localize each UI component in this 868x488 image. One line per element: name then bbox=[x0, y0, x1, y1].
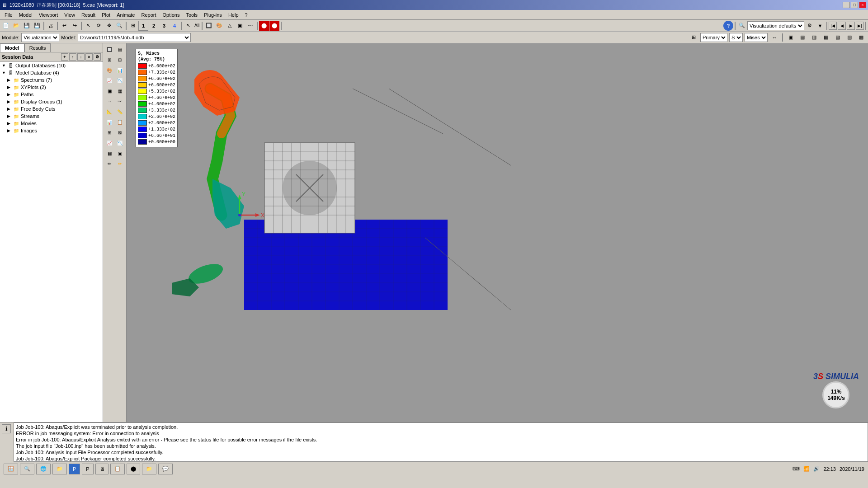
lt-btn-15[interactable]: 📊 bbox=[104, 117, 114, 127]
lt-btn-13[interactable]: 📐 bbox=[104, 107, 114, 117]
session-icon-3[interactable]: ↓ bbox=[77, 53, 85, 61]
taskbar-btn-1[interactable]: 🔍 bbox=[20, 464, 34, 474]
viz-settings-button[interactable]: ⚙ bbox=[805, 21, 815, 31]
undo-button[interactable]: ↩ bbox=[59, 21, 69, 31]
pan-button[interactable]: ✥ bbox=[104, 21, 114, 31]
lt-btn-6[interactable]: 📊 bbox=[115, 65, 125, 75]
viz-arrow-button[interactable]: ▼ bbox=[815, 21, 825, 31]
lt-btn-20[interactable]: 📉 bbox=[115, 138, 125, 148]
lt-btn-18[interactable]: ⊠ bbox=[115, 127, 125, 137]
menu-options[interactable]: Options bbox=[160, 11, 183, 19]
menu-animate[interactable]: Animate bbox=[114, 11, 137, 19]
session-icon-5[interactable]: ⚙ bbox=[94, 53, 101, 61]
lt-btn-24[interactable]: ✏ bbox=[115, 159, 125, 169]
material-button[interactable]: ▣ bbox=[235, 21, 245, 31]
session-icon-4[interactable]: × bbox=[85, 53, 93, 61]
tree-spectrums[interactable]: ▶ 📁 Spectrums (7) bbox=[0, 76, 103, 84]
rotate-button[interactable]: ⟳ bbox=[94, 21, 104, 31]
help-button[interactable]: ? bbox=[723, 21, 733, 31]
disp-btn3[interactable]: ▥ bbox=[809, 33, 819, 42]
menu-report[interactable]: Report bbox=[138, 11, 159, 19]
lt-btn-1[interactable]: 🔲 bbox=[104, 44, 114, 54]
disp-btn5[interactable]: ▧ bbox=[833, 33, 843, 42]
primary-icon[interactable]: ⊞ bbox=[689, 33, 698, 42]
tree-xyplots[interactable]: ▶ 📁 XYPlots (2) bbox=[0, 84, 103, 91]
taskbar-btn-9[interactable]: 📁 bbox=[142, 464, 156, 474]
disp-btn4[interactable]: ▦ bbox=[821, 33, 831, 42]
lt-btn-2[interactable]: ▤ bbox=[115, 44, 125, 54]
lt-btn-19[interactable]: 📈 bbox=[104, 138, 114, 148]
menu-help[interactable]: Help bbox=[226, 11, 241, 19]
lt-btn-5[interactable]: 🎨 bbox=[104, 65, 114, 75]
tree-paths[interactable]: ▶ 📁 Paths bbox=[0, 91, 103, 98]
tab-results[interactable]: Results bbox=[24, 43, 51, 52]
module-select[interactable]: Visualization bbox=[21, 33, 59, 42]
stream-button[interactable]: 〰 bbox=[245, 21, 255, 31]
lt-btn-14[interactable]: 📏 bbox=[115, 107, 125, 117]
odb-button[interactable]: ⬤ bbox=[259, 21, 269, 31]
menu-tools[interactable]: Tools bbox=[183, 11, 200, 19]
play-prev-button[interactable]: ◀ bbox=[838, 22, 846, 30]
tree-movies[interactable]: ▶ 📁 Movies bbox=[0, 120, 103, 127]
menu-plot[interactable]: Plot bbox=[99, 11, 113, 19]
tree-images[interactable]: ▶ 📁 Images bbox=[0, 127, 103, 134]
lt-btn-8[interactable]: 📉 bbox=[115, 75, 125, 85]
lt-btn-11[interactable]: → bbox=[104, 96, 114, 106]
probe-button[interactable]: 🔍 bbox=[737, 21, 747, 31]
lt-btn-22[interactable]: ▣ bbox=[115, 148, 125, 158]
lt-btn-7[interactable]: 📈 bbox=[104, 75, 114, 85]
tree-model-database[interactable]: ▼ 🗄 Model Database (4) bbox=[0, 69, 103, 76]
select-all-button[interactable]: ↖ bbox=[183, 21, 193, 31]
view3-button[interactable]: 3 bbox=[159, 21, 169, 31]
open-button[interactable]: 📂 bbox=[11, 21, 21, 31]
close-button[interactable]: × bbox=[859, 2, 866, 8]
lt-btn-23[interactable]: ✏ bbox=[104, 159, 114, 169]
play-next-button[interactable]: ▶ bbox=[847, 22, 855, 30]
maximize-button[interactable]: □ bbox=[851, 2, 858, 8]
zoom-button[interactable]: 🔍 bbox=[114, 21, 124, 31]
taskbar-btn-3[interactable]: 📁 bbox=[52, 464, 67, 474]
session-icon-1[interactable]: + bbox=[61, 53, 68, 61]
menu-result[interactable]: Result bbox=[79, 11, 98, 19]
view1-button[interactable]: 1 bbox=[138, 21, 148, 31]
menu-viewport[interactable]: Viewport bbox=[36, 11, 61, 19]
tree-display-groups[interactable]: ▶ 📁 Display Groups (1) bbox=[0, 98, 103, 105]
tree-output-databases[interactable]: ▼ 🗄 Output Databases (10) bbox=[0, 62, 103, 69]
menu-file[interactable]: File bbox=[2, 11, 15, 19]
primary-select[interactable]: Primary bbox=[700, 33, 727, 42]
save-model-button[interactable]: 💾 bbox=[32, 21, 42, 31]
viz-defaults-select[interactable]: Visualization defaults bbox=[747, 21, 804, 30]
taskbar-btn-8[interactable]: ⬤ bbox=[127, 464, 140, 474]
save-button[interactable]: 💾 bbox=[22, 21, 32, 31]
lt-btn-21[interactable]: ▦ bbox=[104, 148, 114, 158]
viewport[interactable]: Y X S, Mises (Avg: 75%) +8.000e+02 +7.3 bbox=[127, 43, 868, 422]
tab-model[interactable]: Model bbox=[0, 43, 24, 52]
menu-question[interactable]: ? bbox=[242, 11, 250, 19]
select-button[interactable]: ↖ bbox=[83, 21, 93, 31]
tree-free-body-cuts[interactable]: ▶ 📁 Free Body Cuts bbox=[0, 105, 103, 113]
contour-button[interactable]: 🎨 bbox=[214, 21, 224, 31]
s-select[interactable]: S bbox=[729, 33, 743, 42]
disp-btn7[interactable]: ▩ bbox=[856, 33, 866, 42]
taskbar-btn-2[interactable]: 🌐 bbox=[36, 464, 51, 474]
play-last-button[interactable]: ▶| bbox=[856, 22, 864, 30]
start-button[interactable]: 🪟 bbox=[4, 464, 18, 474]
tree-streams[interactable]: ▶ 📁 Streams bbox=[0, 113, 103, 120]
model-select[interactable]: D:/work/11/1119/5/Job-4.odb bbox=[78, 33, 191, 42]
taskbar-btn-7[interactable]: 📋 bbox=[110, 464, 125, 474]
taskbar-btn-4[interactable]: P bbox=[69, 464, 80, 474]
view2-button[interactable]: 2 bbox=[149, 21, 159, 31]
lt-btn-12[interactable]: 〰 bbox=[115, 96, 125, 106]
view4-button[interactable]: 4 bbox=[170, 21, 179, 31]
menu-model[interactable]: Model bbox=[16, 11, 35, 19]
menu-plugins[interactable]: Plug-ins bbox=[201, 11, 225, 19]
symbol-button[interactable]: △ bbox=[225, 21, 235, 31]
fit-button[interactable]: ⊞ bbox=[128, 21, 138, 31]
deform-button[interactable]: 🔲 bbox=[204, 21, 214, 31]
lt-btn-9[interactable]: ▣ bbox=[104, 86, 114, 96]
minimize-button[interactable]: _ bbox=[843, 2, 850, 8]
taskbar-btn-6[interactable]: 🖥 bbox=[95, 464, 108, 474]
result-icon[interactable]: ↔ bbox=[769, 33, 779, 42]
taskbar-btn-5[interactable]: P bbox=[82, 464, 93, 474]
menu-view[interactable]: View bbox=[61, 11, 78, 19]
